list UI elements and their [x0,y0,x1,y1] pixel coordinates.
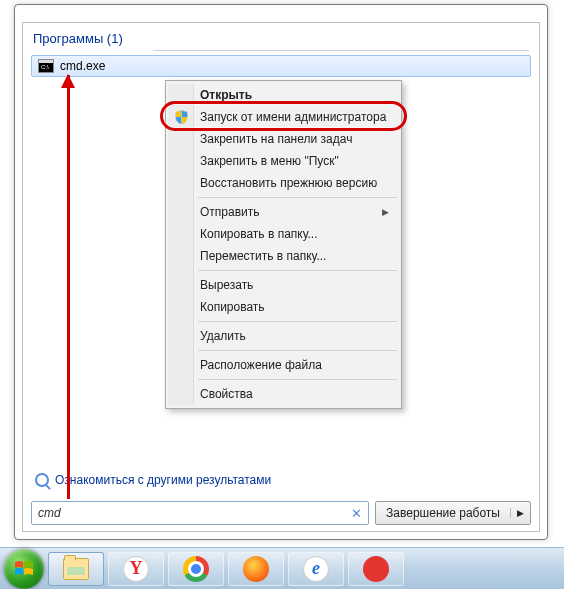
ctx-cut[interactable]: Вырезать [168,274,399,296]
ctx-file-location[interactable]: Расположение файла [168,354,399,376]
ctx-move-to-folder-label: Переместить в папку... [200,249,326,263]
shutdown-button[interactable]: Завершение работы ▶ [375,501,531,525]
see-more-results-link[interactable]: Ознакомиться с другими результатами [35,473,271,487]
taskbar-ie[interactable]: e [288,552,344,586]
ctx-copy-to-folder-label: Копировать в папку... [200,227,318,241]
ctx-cut-label: Вырезать [200,278,253,292]
ctx-run-as-admin[interactable]: Запуск от имени администратора [168,106,399,128]
firefox-icon [243,556,269,582]
search-icon [35,473,49,487]
ctx-copy-to-folder[interactable]: Копировать в папку... [168,223,399,245]
yandex-icon: Y [123,556,149,582]
context-menu: Открыть Запуск от имени администратора З… [165,80,402,409]
divider [198,197,397,198]
ctx-pin-start-label: Закрепить в меню "Пуск" [200,154,339,168]
ctx-send-to-label: Отправить [200,205,260,219]
ctx-send-to[interactable]: Отправить▶ [168,201,399,223]
ctx-pin-taskbar[interactable]: Закрепить на панели задач [168,128,399,150]
bottom-bar: cmd ✕ Завершение работы ▶ [31,501,531,525]
ctx-move-to-folder[interactable]: Переместить в папку... [168,245,399,267]
taskbar-opera[interactable] [348,552,404,586]
file-explorer-icon [63,558,89,580]
chrome-icon [183,556,209,582]
divider [153,50,529,51]
divider [198,350,397,351]
search-input[interactable]: cmd ✕ [31,501,369,525]
shutdown-label: Завершение работы [376,506,510,520]
ctx-pin-start[interactable]: Закрепить в меню "Пуск" [168,150,399,172]
ctx-open[interactable]: Открыть [168,84,399,106]
search-input-value: cmd [38,506,61,520]
taskbar-yandex[interactable]: Y [108,552,164,586]
submenu-arrow-icon: ▶ [382,207,389,217]
ctx-open-label: Открыть [200,88,252,102]
ctx-delete[interactable]: Удалить [168,325,399,347]
result-filename: cmd.exe [60,59,105,73]
taskbar-chrome[interactable] [168,552,224,586]
section-header-programs: Программы (1) [23,23,539,50]
opera-icon [363,556,389,582]
ie-icon: e [303,556,329,582]
windows-logo-icon [14,560,34,578]
ctx-properties-label: Свойства [200,387,253,401]
cmd-icon [38,59,54,73]
ctx-properties[interactable]: Свойства [168,383,399,405]
shutdown-menu-arrow[interactable]: ▶ [510,508,530,518]
ctx-restore-prev[interactable]: Восстановить прежнюю версию [168,172,399,194]
ctx-copy[interactable]: Копировать [168,296,399,318]
divider [198,270,397,271]
uac-shield-icon [174,109,189,125]
taskbar-firefox[interactable] [228,552,284,586]
ctx-delete-label: Удалить [200,329,246,343]
divider [198,321,397,322]
taskbar-explorer[interactable] [48,552,104,586]
taskbar: Y e [0,547,564,589]
search-result-cmd[interactable]: cmd.exe [31,55,531,77]
ctx-copy-label: Копировать [200,300,265,314]
clear-search-icon[interactable]: ✕ [351,506,362,521]
divider [198,379,397,380]
ctx-restore-prev-label: Восстановить прежнюю версию [200,176,377,190]
ctx-file-location-label: Расположение файла [200,358,322,372]
ctx-pin-taskbar-label: Закрепить на панели задач [200,132,352,146]
start-button[interactable] [4,549,44,589]
ctx-run-as-admin-label: Запуск от имени администратора [200,110,386,124]
more-results-label: Ознакомиться с другими результатами [55,473,271,487]
